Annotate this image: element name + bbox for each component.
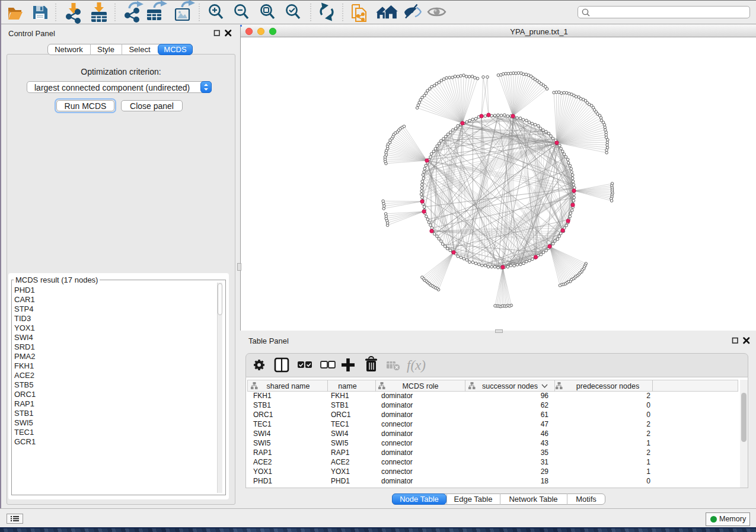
svg-text:62: 62 <box>541 401 549 409</box>
svg-text:2: 2 <box>646 420 650 428</box>
svg-text:61: 61 <box>541 411 549 419</box>
svg-text:FKH1: FKH1 <box>331 392 349 400</box>
svg-text:SWI4: SWI4 <box>253 430 271 438</box>
svg-text:f(x): f(x) <box>407 358 426 373</box>
svg-text:ORC1: ORC1 <box>253 411 273 419</box>
svg-text:name: name <box>338 382 356 390</box>
svg-text:0: 0 <box>646 401 650 409</box>
svg-text:47: 47 <box>541 420 549 428</box>
svg-text:29: 29 <box>541 467 549 476</box>
svg-text:ORC1: ORC1 <box>331 411 351 419</box>
svg-text:RAP1: RAP1 <box>331 448 350 457</box>
svg-text:connector: connector <box>381 467 413 476</box>
svg-text:STB1: STB1 <box>253 401 271 409</box>
svg-text:dominator: dominator <box>381 401 413 409</box>
svg-text:1: 1 <box>646 467 650 476</box>
svg-text:PHD1: PHD1 <box>331 477 350 485</box>
svg-text:shared name: shared name <box>267 382 310 390</box>
svg-text:MCDS role: MCDS role <box>402 382 438 390</box>
svg-text:dominator: dominator <box>381 411 413 419</box>
svg-text:2: 2 <box>646 392 650 400</box>
svg-text:1: 1 <box>646 439 650 447</box>
svg-text:predecessor nodes: predecessor nodes <box>576 382 639 390</box>
svg-text:YOX1: YOX1 <box>331 467 350 476</box>
svg-text:RAP1: RAP1 <box>253 448 272 457</box>
svg-text:TEC1: TEC1 <box>253 420 272 428</box>
svg-text:dominator: dominator <box>381 477 413 485</box>
svg-text:successor nodes: successor nodes <box>482 382 538 390</box>
svg-text:35: 35 <box>541 448 549 457</box>
svg-text:43: 43 <box>541 439 549 447</box>
svg-text:96: 96 <box>541 392 549 400</box>
svg-text:2: 2 <box>646 448 650 457</box>
svg-text:dominator: dominator <box>381 392 413 400</box>
svg-text:STB1: STB1 <box>331 401 349 409</box>
svg-text:1: 1 <box>646 458 650 466</box>
svg-text:SWI5: SWI5 <box>331 439 349 447</box>
svg-text:ACE2: ACE2 <box>253 458 272 466</box>
svg-text:31: 31 <box>541 458 549 466</box>
svg-text:connector: connector <box>381 420 413 428</box>
svg-text:46: 46 <box>541 430 549 438</box>
svg-text:ACE2: ACE2 <box>331 458 350 466</box>
svg-text:dominator: dominator <box>381 430 413 438</box>
svg-text:FKH1: FKH1 <box>253 392 272 400</box>
svg-text:2: 2 <box>646 430 650 438</box>
svg-text:TEC1: TEC1 <box>331 420 349 428</box>
svg-text:SWI4: SWI4 <box>331 430 349 438</box>
svg-text:0: 0 <box>646 477 650 485</box>
svg-text:0: 0 <box>646 411 650 419</box>
svg-text:18: 18 <box>541 477 549 485</box>
svg-text:connector: connector <box>381 439 413 447</box>
svg-text:SWI5: SWI5 <box>253 439 271 447</box>
svg-text:YOX1: YOX1 <box>253 467 272 476</box>
svg-text:PHD1: PHD1 <box>253 477 272 485</box>
svg-text:dominator: dominator <box>381 448 413 457</box>
svg-text:connector: connector <box>381 458 413 466</box>
